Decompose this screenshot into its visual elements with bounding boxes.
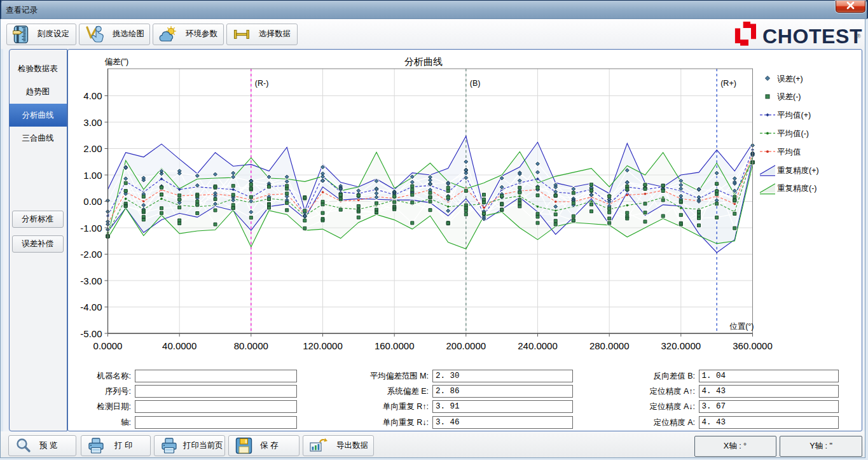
svg-text:-4.00: -4.00 (80, 302, 102, 312)
svg-text:160.0000: 160.0000 (375, 340, 415, 351)
svg-text:-2.00: -2.00 (80, 249, 102, 260)
svg-text:320.0000: 320.0000 (661, 340, 701, 351)
svg-text:误差(+): 误差(+) (777, 74, 803, 83)
svg-text:偏差("): 偏差(") (105, 57, 129, 66)
svg-text:120.0000: 120.0000 (303, 340, 343, 351)
svg-text:(R+): (R+) (720, 79, 736, 88)
svg-text:重复精度(-): 重复精度(-) (777, 184, 817, 193)
svg-text:®: ® (857, 33, 861, 39)
svg-text:2.00: 2.00 (83, 143, 102, 154)
svg-text:CHOTEST: CHOTEST (762, 25, 862, 48)
svg-text:80.0000: 80.0000 (234, 340, 268, 351)
svg-text:200.0000: 200.0000 (446, 340, 486, 351)
svg-text:1.00: 1.00 (83, 170, 102, 181)
svg-text:-5.00: -5.00 (80, 328, 102, 339)
svg-text:40.0000: 40.0000 (162, 340, 196, 351)
svg-text:360.0000: 360.0000 (733, 340, 773, 351)
svg-text:3.00: 3.00 (83, 117, 102, 128)
svg-text:4.00: 4.00 (83, 90, 102, 101)
svg-text:-3.00: -3.00 (80, 275, 102, 286)
svg-text:0.00: 0.00 (83, 196, 102, 207)
svg-text:0.0000: 0.0000 (93, 340, 123, 351)
svg-text:(R-): (R-) (255, 79, 269, 88)
svg-text:平均值(+): 平均值(+) (777, 111, 811, 120)
svg-text:(B): (B) (470, 79, 481, 88)
svg-text:280.0000: 280.0000 (589, 340, 630, 351)
svg-text:-1.00: -1.00 (80, 223, 102, 233)
svg-text:平均值(-): 平均值(-) (777, 129, 809, 138)
svg-text:分析曲线: 分析曲线 (404, 56, 443, 67)
svg-text:240.0000: 240.0000 (518, 340, 558, 351)
svg-text:重复精度(+): 重复精度(+) (777, 166, 819, 175)
svg-text:误差(-): 误差(-) (777, 92, 801, 101)
svg-text:平均值: 平均值 (777, 148, 801, 157)
svg-text:位置(°): 位置(°) (729, 322, 754, 331)
